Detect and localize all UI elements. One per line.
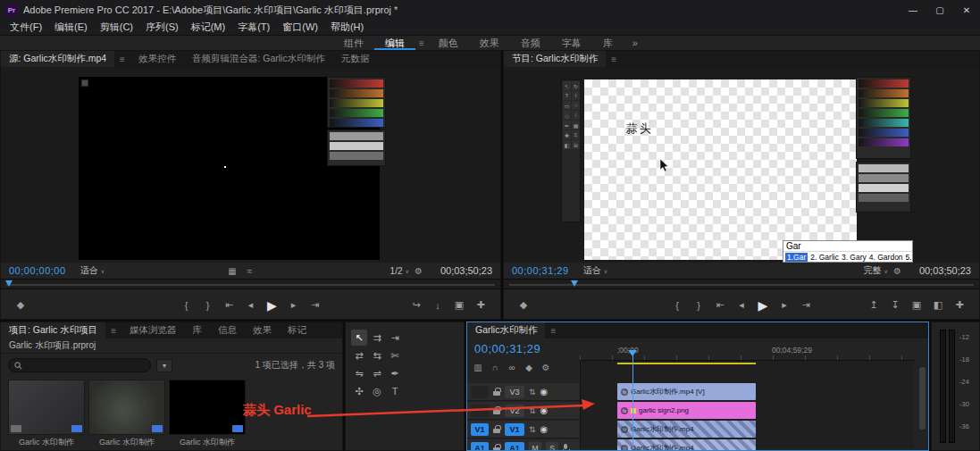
settings-wrench-icon[interactable]: ⚙	[415, 266, 423, 276]
tab-效果控件[interactable]: 效果控件	[130, 51, 184, 67]
voiceover-record-icon[interactable]	[563, 444, 568, 451]
go-to-in-button[interactable]: ⇤	[709, 296, 731, 315]
workspace-tab-组件[interactable]: 组件	[333, 36, 374, 50]
comparison-view-button[interactable]: ◧	[927, 296, 949, 315]
mute-button[interactable]: M	[529, 442, 541, 451]
minimize-button[interactable]: —	[900, 0, 926, 20]
workspace-menu-icon[interactable]: ≡	[415, 38, 428, 48]
workspace-tab-字幕[interactable]: 字幕	[551, 36, 592, 50]
insert-button[interactable]: ↪	[406, 296, 427, 315]
timeline-playhead[interactable]	[632, 355, 633, 448]
track-select-forward-tool[interactable]: ⇉	[369, 330, 385, 346]
color-swatch[interactable]	[859, 109, 909, 117]
color-swatch[interactable]	[859, 119, 909, 127]
mark-out-button[interactable]: }	[197, 296, 219, 315]
search-input[interactable]	[8, 358, 151, 372]
program-scrubber[interactable]	[504, 279, 979, 289]
ime-composition[interactable]: Gar	[783, 241, 912, 252]
play-button[interactable]: ▶	[752, 296, 774, 315]
workspace-tab-效果[interactable]: 效果	[469, 36, 510, 50]
panel-menu-icon[interactable]: ≡	[606, 51, 622, 67]
color-swatch[interactable]	[330, 152, 383, 160]
ime-candidate[interactable]: 1.Gar	[785, 253, 808, 262]
sync-lock-icon[interactable]: ⇅	[529, 425, 536, 434]
color-swatch[interactable]	[859, 129, 909, 137]
color-swatch[interactable]	[859, 174, 909, 182]
step-forward-button[interactable]: ▸	[774, 296, 795, 315]
color-swatch[interactable]	[859, 99, 909, 107]
mark-in-button[interactable]: {	[176, 296, 197, 315]
color-swatch[interactable]	[859, 164, 909, 172]
timeline-clip-V1[interactable]: fxGarlic水印制作.mp4	[617, 421, 756, 438]
workspace-tab-编辑[interactable]: 编辑	[374, 36, 415, 50]
title-tool-icon[interactable]: ▭	[563, 101, 571, 110]
menu-item-字幕(T)[interactable]: 字幕(T)	[231, 21, 276, 34]
tab-元数据[interactable]: 元数据	[333, 51, 378, 67]
color-swatch[interactable]	[859, 138, 909, 146]
title-tool-icon[interactable]: ◧	[563, 140, 571, 149]
track-lock-icon[interactable]	[493, 425, 500, 433]
source-zoom-select[interactable]: 适合 ∨	[80, 264, 105, 277]
menu-item-剪辑(C)[interactable]: 剪辑(C)	[94, 21, 139, 34]
close-button[interactable]: ✕	[953, 0, 980, 20]
title-tool-icon[interactable]: ↻	[572, 81, 580, 90]
source-patch-V1[interactable]: V1	[471, 423, 489, 436]
program-timecode[interactable]: 00;00;31;29	[512, 265, 569, 276]
title-tool-icon[interactable]: ⊞	[572, 140, 580, 149]
menu-item-序列(S)[interactable]: 序列(S)	[139, 21, 185, 34]
color-swatch[interactable]	[330, 119, 383, 127]
rate-stretch-tool[interactable]: ⇆	[369, 347, 385, 363]
source-scrubber[interactable]	[1, 279, 500, 289]
add-marker-button[interactable]: ◆	[10, 296, 31, 315]
selection-tool[interactable]: ↖	[351, 330, 367, 346]
color-swatch[interactable]	[859, 194, 909, 202]
add-marker-button[interactable]: ◆	[513, 296, 534, 315]
tab-媒体浏览器[interactable]: 媒体浏览器	[121, 322, 185, 338]
mark-in-button[interactable]: {	[666, 296, 688, 315]
tab-库[interactable]: 库	[185, 322, 211, 338]
color-swatch[interactable]	[330, 142, 383, 150]
mark-out-button[interactable]: }	[688, 296, 709, 315]
title-tool-icon[interactable]: ○	[572, 101, 580, 110]
tab-源: Garlic水印制作.mp4[interactable]: 源: Garlic水印制作.mp4	[1, 51, 114, 67]
menu-item-编辑(E)[interactable]: 编辑(E)	[48, 21, 94, 34]
drag-audio-icon[interactable]: ≈	[247, 266, 253, 276]
step-forward-button[interactable]: ▸	[283, 296, 305, 315]
go-to-in-button[interactable]: ⇤	[219, 296, 240, 315]
project-item-thumbnail[interactable]	[8, 380, 85, 435]
menu-item-标记(M)[interactable]: 标记(M)	[185, 21, 232, 34]
settings-wrench-icon[interactable]: ⚙	[893, 266, 901, 276]
source-timecode[interactable]: 00;00;00;00	[9, 265, 66, 276]
title-tool-icon[interactable]: I	[572, 91, 580, 100]
tab-信息[interactable]: 信息	[210, 322, 245, 338]
slide-tool[interactable]: ⇌	[369, 365, 385, 381]
source-patch-A1[interactable]: A1	[471, 442, 489, 451]
ime-candidate[interactable]: 4. Gardon	[869, 253, 903, 262]
title-tool-icon[interactable]: /	[572, 111, 580, 120]
color-swatch[interactable]	[330, 132, 383, 140]
workspace-tab-库[interactable]: 库	[592, 36, 624, 50]
maximize-button[interactable]: ▢	[926, 0, 953, 20]
workspace-tab-颜色[interactable]: 颜色	[428, 36, 469, 50]
tab-项目: Garlic 水印项目[interactable]: 项目: Garlic 水印项目	[1, 322, 105, 338]
title-tool-icon[interactable]: ◇	[563, 111, 571, 120]
timeline-clip-V3[interactable]: fxGarlic水印制作.mp4 [V]	[617, 383, 756, 400]
ime-candidate[interactable]: 5. Garmin	[906, 253, 913, 262]
tab-节目: Garlic水印制作[interactable]: 节目: Garlic水印制作	[504, 51, 606, 67]
color-swatch[interactable]	[330, 99, 383, 107]
panel-menu-icon[interactable]: ≡	[105, 322, 121, 338]
tab-效果[interactable]: 效果	[245, 322, 280, 338]
play-button[interactable]: ▶	[262, 296, 283, 315]
color-swatch[interactable]	[330, 79, 383, 88]
program-resolution-select[interactable]: 完整 ∨	[864, 264, 888, 277]
export-frame-button[interactable]: ▣	[906, 296, 927, 315]
color-swatch[interactable]	[859, 184, 909, 192]
step-back-button[interactable]: ◂	[240, 296, 262, 315]
timeline-scrollbar[interactable]	[919, 367, 926, 430]
color-swatch[interactable]	[859, 89, 909, 97]
program-scrubber-playhead[interactable]	[571, 280, 578, 287]
tab-音频剪辑混合器: Garlic水印制作[interactable]: 音频剪辑混合器: Garlic水印制作	[184, 51, 333, 67]
source-scrubber-playhead[interactable]	[5, 280, 13, 287]
timeline-clip-V2[interactable]: fxgarlic sign2.png	[617, 402, 756, 419]
workspace-overflow-icon[interactable]: »	[624, 38, 647, 48]
